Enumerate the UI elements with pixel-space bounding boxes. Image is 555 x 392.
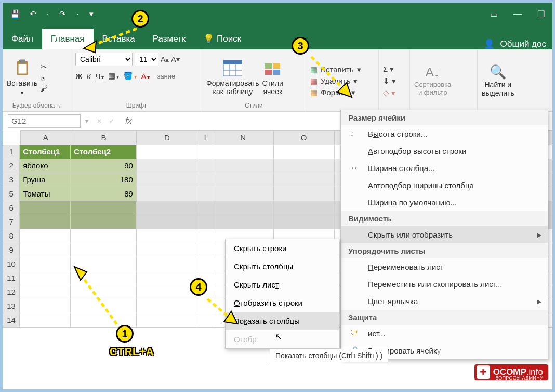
cell[interactable]	[137, 215, 197, 229]
cell[interactable]: яблоко	[20, 159, 71, 173]
increase-font-icon[interactable]: A▴	[161, 55, 169, 63]
default-width-item[interactable]: Ширина по умолчанию...	[341, 194, 548, 211]
cell[interactable]	[137, 257, 197, 271]
cell[interactable]	[20, 201, 71, 215]
cell[interactable]	[20, 313, 71, 328]
cell[interactable]	[197, 257, 213, 271]
cell[interactable]	[197, 187, 213, 201]
row-header[interactable]: 9	[3, 243, 20, 257]
cell[interactable]: Томаты	[20, 187, 71, 201]
cell[interactable]	[274, 215, 335, 229]
underline-button[interactable]: Ч▾	[95, 72, 104, 81]
cell[interactable]	[137, 145, 197, 159]
cell[interactable]	[213, 173, 274, 187]
row-header[interactable]: 11	[3, 271, 20, 285]
row-header[interactable]: 8	[3, 229, 20, 243]
row-header[interactable]: 2	[3, 159, 20, 173]
rename-sheet-item[interactable]: Переименовать лист	[341, 258, 548, 276]
cell[interactable]	[20, 271, 71, 285]
cell[interactable]	[137, 173, 197, 187]
qat-overflow[interactable]: ▾	[89, 9, 94, 19]
row-header[interactable]: 1	[3, 145, 20, 159]
cell[interactable]	[20, 215, 71, 229]
cut-icon[interactable]: ✂	[41, 62, 48, 71]
dialog-launcher-icon[interactable]: ↘	[57, 103, 61, 109]
cell[interactable]	[137, 271, 197, 285]
clear-button[interactable]: ◇ ▾	[383, 88, 396, 98]
restore-icon[interactable]: ❐	[537, 9, 545, 19]
save-icon[interactable]: 💾	[10, 9, 20, 19]
enter-formula-icon[interactable]: ✓	[105, 117, 118, 125]
tab-search[interactable]: 💡 Поиск	[194, 28, 250, 49]
cell[interactable]	[137, 299, 197, 313]
row-header[interactable]: 3	[3, 173, 20, 187]
col-header[interactable]: O	[274, 130, 335, 145]
font-color-button[interactable]: A▾	[141, 72, 150, 81]
ribbon-display-icon[interactable]: ▭	[490, 9, 498, 19]
cell[interactable]	[137, 285, 197, 299]
cell[interactable]	[20, 299, 71, 313]
cell[interactable]	[137, 187, 197, 201]
row-header[interactable]: 5	[3, 187, 20, 201]
copy-icon[interactable]: ⎘	[41, 73, 48, 82]
name-box[interactable]	[8, 114, 81, 128]
cell[interactable]	[71, 201, 137, 215]
fx-icon[interactable]: fx	[125, 116, 131, 126]
cell[interactable]: Столбец2	[71, 145, 137, 159]
cancel-formula-icon[interactable]: ✕	[93, 117, 105, 125]
cell-styles-button[interactable]: Стили ячеек	[262, 59, 283, 96]
col-header[interactable]: B	[71, 130, 137, 145]
row-header[interactable]: 6	[3, 201, 20, 215]
row-height-item[interactable]: ↕Высота строки...	[341, 125, 548, 142]
find-select-button[interactable]: 🔍 Найти и выделить	[482, 64, 514, 97]
cell[interactable]: 90	[71, 159, 137, 173]
row-header[interactable]: 12	[3, 285, 20, 299]
col-width-item[interactable]: ↔Ширина столбца...	[341, 160, 548, 177]
bold-button[interactable]: Ж	[75, 72, 83, 81]
cell[interactable]	[71, 215, 137, 229]
cell[interactable]	[197, 145, 213, 159]
cell[interactable]	[197, 215, 213, 229]
cell[interactable]	[213, 201, 274, 215]
cell[interactable]	[213, 145, 274, 159]
cell[interactable]	[213, 215, 274, 229]
paste-button[interactable]: Вставить ▾	[7, 59, 37, 95]
cell[interactable]	[20, 229, 71, 243]
hide-sheet-item[interactable]: Скрыть лист	[226, 276, 339, 294]
row-header[interactable]: 7	[3, 215, 20, 229]
decrease-font-icon[interactable]: A▾	[171, 55, 179, 63]
italic-button[interactable]: К	[87, 72, 91, 81]
border-button[interactable]: ▦▾	[108, 71, 119, 81]
cell[interactable]	[274, 201, 335, 215]
row-header[interactable]: 13	[3, 299, 20, 313]
row-header[interactable]: 10	[3, 257, 20, 271]
tab-file[interactable]: Файл	[3, 29, 42, 49]
protect-sheet-item[interactable]: 🛡ист...	[341, 325, 548, 342]
fill-button[interactable]: ⬇ ▾	[383, 76, 396, 86]
row-header[interactable]: 14	[3, 313, 20, 328]
undo-icon[interactable]: ↶	[30, 9, 36, 19]
cell[interactable]	[274, 173, 335, 187]
cell[interactable]	[20, 243, 71, 257]
col-header[interactable]: N	[213, 130, 274, 145]
col-header[interactable]: A	[20, 130, 71, 145]
col-header[interactable]: I	[197, 130, 213, 145]
format-painter-icon[interactable]: 🖌	[41, 84, 48, 93]
fill-color-button[interactable]: 🪣▾	[123, 71, 137, 81]
cell[interactable]	[20, 285, 71, 299]
cell[interactable]	[71, 243, 137, 257]
cell[interactable]	[137, 313, 197, 328]
cell[interactable]	[137, 159, 197, 173]
cell[interactable]	[197, 229, 213, 243]
hide-cols-item[interactable]: Скрыть столбцы	[226, 257, 339, 276]
minimize-icon[interactable]: ―	[513, 9, 522, 19]
autofit-col-item[interactable]: Автоподбор ширины столбца	[341, 177, 548, 194]
cell[interactable]	[71, 229, 137, 243]
cell[interactable]: 180	[71, 173, 137, 187]
cell[interactable]	[197, 201, 213, 215]
cell[interactable]	[137, 243, 197, 257]
cell[interactable]: 89	[71, 187, 137, 201]
autosum-button[interactable]: Σ ▾	[383, 64, 396, 74]
hide-rows-item[interactable]: Скрыть строки	[226, 239, 339, 257]
cell[interactable]	[274, 159, 335, 173]
